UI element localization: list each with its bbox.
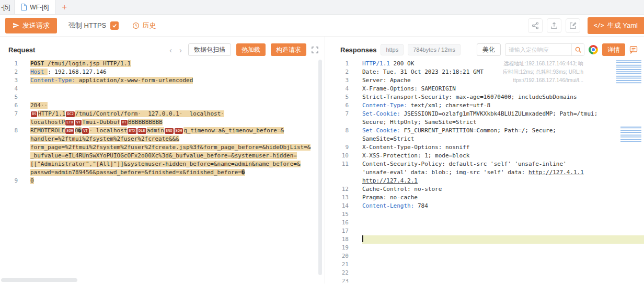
code-segment: application/x-www-form-urlencoded <box>75 77 193 84</box>
editor-row[interactable]: 21 <box>334 260 644 269</box>
open-in-chrome-button[interactable] <box>589 45 598 54</box>
line-number: 6 <box>334 101 349 110</box>
line-content: Content-Type: application/x-www-form-url… <box>30 76 193 85</box>
editor-row[interactable]: Secure; HttpOnly; SameSite=Strict <box>334 118 644 127</box>
editor-row[interactable]: localhostPETXVTTmui-DubbufVTBBBBBBBBBB <box>0 118 325 127</box>
editor-row[interactable]: 8REMOTEROLESOH0�VT· localhostETXDLEadmin… <box>0 127 325 135</box>
code-segment: ·· <box>41 102 48 109</box>
editor-row[interactable]: 3Server: Apachettps://192.168.127.146/tm… <box>334 76 644 85</box>
editor-row[interactable]: 'unsafe-eval' data: blob:; img-src 'self… <box>334 168 644 177</box>
editor-row[interactable]: 19 <box>334 244 644 252</box>
export-button[interactable] <box>547 18 561 33</box>
editor-row[interactable]: 1POST /tmui/login.jsp HTTP/1.1 <box>0 60 325 68</box>
editor-row[interactable]: 1HTTP/1.1 200 OK远程地址:192.168.127.146:443… <box>334 60 644 68</box>
share-button[interactable] <box>528 18 543 33</box>
editor-row[interactable]: 20 <box>334 252 644 260</box>
editor-row[interactable]: SameSite=Strict <box>334 135 644 143</box>
generate-yaml-button[interactable]: </> 生成 Yaml <box>588 17 644 34</box>
chevron-left-button[interactable]: ‹ <box>168 46 173 54</box>
editor-row[interactable]: 6Content-Type: text/xml; charset=utf-8 <box>334 101 644 110</box>
editor-row[interactable]: 11Content-Security-Policy: default-src '… <box>334 160 644 168</box>
control-char-soh: SOH <box>175 128 183 134</box>
code-segment <box>182 110 189 117</box>
editor-row[interactable]: 6204·· <box>0 101 325 110</box>
editor-row[interactable]: 16 <box>334 219 644 227</box>
editor-row[interactable]: 3Content-Type: application/x-www-form-ur… <box>0 76 325 85</box>
line-number: 1 <box>334 60 349 68</box>
editor-row[interactable]: form_page=%2ftmui%2fsystem%2fuser%2fcrea… <box>0 143 325 152</box>
editor-row[interactable]: 17 <box>334 227 644 235</box>
editor-row[interactable]: 90 <box>0 177 325 185</box>
search-input[interactable] <box>505 47 571 53</box>
minimap-block <box>620 127 641 142</box>
response-editor[interactable]: 1HTTP/1.1 200 OK远程地址:192.168.127.146:443… <box>334 58 644 282</box>
editor-row[interactable]: 9X-Content-Type-Options: nosniff <box>334 143 644 152</box>
editor-row[interactable]: [["Administrator","[All]"]]&systemuser-h… <box>0 160 325 168</box>
code-segment: Set-Cookie: <box>362 110 400 117</box>
tab-active[interactable]: WF-[6] <box>15 0 55 14</box>
code-segment: 127.0.0.1 <box>148 110 179 117</box>
code-segment: http://127.4.2.1 <box>362 177 418 184</box>
packet-scan-button[interactable]: 数据包扫描 <box>188 43 231 56</box>
editor-row[interactable]: _bufvalue=eIL4RUnSwXYoPUIOGcOFx2o00Xc%3d… <box>0 152 325 160</box>
line-number: 7 <box>334 110 349 118</box>
add-tab-button[interactable]: + <box>55 0 73 14</box>
editor-row[interactable]: 8Set-Cookie: F5_CURRENT_PARTITION=Common… <box>334 127 644 135</box>
request-editor[interactable]: 1POST /tmui/login.jsp HTTP/1.12Host : 19… <box>0 58 325 282</box>
line-content: SameSite=Strict <box>362 135 414 143</box>
editor-row[interactable]: 15 <box>334 210 644 219</box>
chevron-right-button[interactable]: › <box>178 46 183 54</box>
editor-row[interactable]: 7Set-Cookie: JSESSIONID=ozlafg1mTMVKXkbk… <box>334 110 644 118</box>
editor-row[interactable]: 2Host : 192.168.127.146 <box>0 68 325 76</box>
code-segment: SameSite=Strict <box>362 135 414 142</box>
editor-row[interactable]: 7BSHTTP/1.1DC2/tmui/Control/form· 127.0.… <box>0 110 325 118</box>
build-request-button[interactable]: 构造请求 <box>271 43 306 56</box>
vertical-scrollbar[interactable] <box>318 60 322 275</box>
history-button[interactable]: 历史 <box>132 21 156 30</box>
editor-row[interactable]: 22 <box>334 269 644 277</box>
tab-previous[interactable]: -[5] <box>0 0 15 14</box>
edit-button[interactable] <box>566 18 580 33</box>
panel-resize-gutter[interactable] <box>325 37 334 283</box>
horizontal-scrollbar[interactable] <box>1 278 77 282</box>
toolbar: 发送请求 强制 HTTPS 历史 </> 生成 Yaml <box>0 15 644 37</box>
line-number: 3 <box>334 76 349 85</box>
minimap[interactable] <box>614 58 644 282</box>
line-content: Set-Cookie: JSESSIONID=ozlafg1mTMVKXkbk4… <box>362 110 597 118</box>
force-https-checkbox[interactable] <box>110 21 119 30</box>
editor-row[interactable]: 4 <box>0 85 325 93</box>
editor-row[interactable]: 10X-XSS-Protection: 1; mode=block <box>334 152 644 160</box>
send-request-button[interactable]: 发送请求 <box>5 18 57 33</box>
code-segment: Cache-Control: no-store <box>362 186 442 192</box>
editor-row[interactable]: 5Strict-Transport-Security: max-age=1607… <box>334 93 644 101</box>
fullscreen-icon[interactable] <box>312 47 318 53</box>
editor-row[interactable]: 14Content-Length: 784 <box>334 202 644 210</box>
code-segment: Server: Apache <box>362 77 411 84</box>
control-char-dle: DLE <box>137 128 146 134</box>
hot-reload-button[interactable]: 热加载 <box>236 43 266 56</box>
editor-row[interactable]: 2Date: Tue, 31 Oct 2023 21:18:21 GMT应时间:… <box>334 68 644 76</box>
response-panel: Responses https 784bytes / 12ms 美化 详情 <box>334 37 644 283</box>
code-segment: X-Frame-Options: SAMEORIGIN <box>362 85 456 92</box>
editor-row[interactable]: 13Pragma: no-cache <box>334 194 644 202</box>
line-content: passwd=admin789456&passwd_before=&finish… <box>30 168 245 177</box>
editor-row[interactable]: http://127.4.2.1 <box>334 177 644 185</box>
editor-row[interactable]: 4X-Frame-Options: SAMEORIGIN <box>334 85 644 93</box>
editor-row[interactable]: 23 <box>334 277 644 282</box>
editor-row[interactable]: passwd=admin789456&passwd_before=&finish… <box>0 168 325 177</box>
line-content: Set-Cookie: F5_CURRENT_PARTITION=Common;… <box>362 127 556 135</box>
send-request-label: 发送请求 <box>22 21 50 30</box>
search-button[interactable] <box>571 44 584 55</box>
history-label: 历史 <box>142 21 156 30</box>
line-content: Content-Security-Policy: default-src 'se… <box>362 160 567 168</box>
editor-row[interactable]: 5 <box>0 93 325 101</box>
line-number: 10 <box>334 152 349 160</box>
code-segment: 0 <box>30 177 34 184</box>
beautify-button[interactable]: 美化 <box>477 43 501 56</box>
editor-row[interactable]: 18 <box>334 235 644 244</box>
line-content: [["Administrator","[All]"]]&systemuser-h… <box>30 160 301 168</box>
details-button[interactable]: 详情 <box>602 43 625 56</box>
editor-row[interactable]: handler=%2ftmui%2fsystem%2fuser%2fcreate… <box>0 135 325 143</box>
response-note-icon[interactable] <box>629 46 638 54</box>
editor-row[interactable]: 12Cache-Control: no-store <box>334 185 644 194</box>
